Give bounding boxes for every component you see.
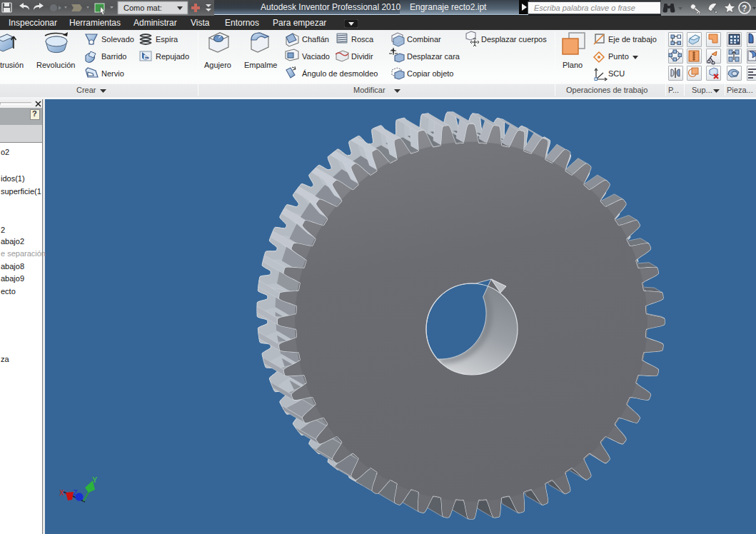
svg-text:E: E	[143, 54, 148, 61]
svg-text:Como mat:: Como mat:	[124, 4, 162, 12]
svg-text:?: ?	[742, 4, 747, 14]
svg-text:X: X	[59, 489, 64, 497]
